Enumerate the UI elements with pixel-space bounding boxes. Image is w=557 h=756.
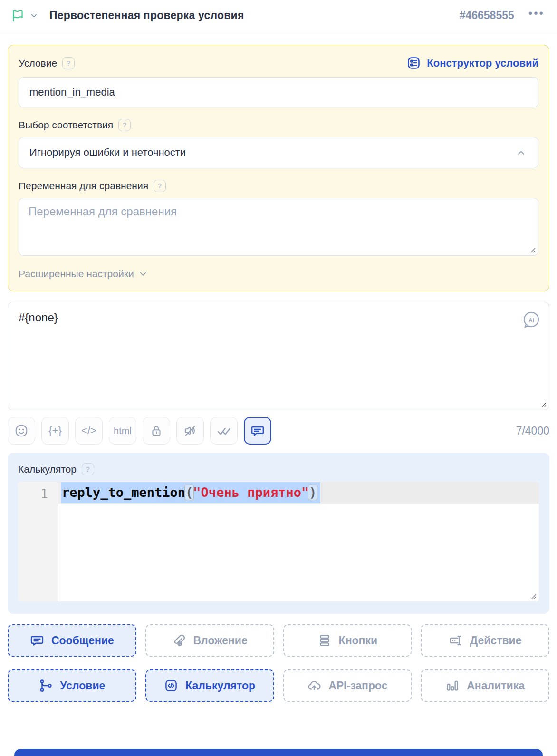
advanced-settings-label: Расширенные настройки [19, 268, 134, 280]
calculator-icon [164, 678, 178, 693]
message-text: #{none} [19, 311, 538, 324]
condition-icon [38, 678, 53, 693]
block-condition-button[interactable]: Условие [8, 669, 136, 702]
chevron-up-icon [517, 148, 526, 157]
code-function: reply_to_mention [62, 485, 185, 500]
block-analytics-button[interactable]: Аналитика [421, 669, 549, 702]
code-string: "Очень приятно" [193, 485, 309, 500]
chevron-down-icon [139, 270, 147, 278]
block-calculator-button[interactable]: Калькулятор [145, 669, 274, 702]
message-toolbar: {+} </> html 7/4000 [8, 417, 549, 445]
help-icon[interactable]: ? [154, 180, 166, 192]
api-icon [307, 678, 321, 693]
variable-placeholder: Переменная для сравнения [29, 205, 177, 218]
help-icon[interactable]: ? [82, 463, 94, 475]
help-icon[interactable]: ? [62, 57, 75, 69]
save-button-partial[interactable] [14, 749, 543, 756]
double-check-button[interactable] [210, 417, 238, 445]
ai-label: AI [528, 317, 534, 324]
line-number: 1 [18, 482, 58, 503]
header: Первостепенная проверка условия #4665855… [0, 0, 557, 31]
message-mode-button[interactable] [244, 417, 271, 445]
match-selected-value: Игнорируя ошибки и неточности [29, 146, 186, 159]
match-select[interactable]: Игнорируя ошибки и неточности [19, 137, 538, 168]
code-selection: reply_to_mention("Очень приятно") [61, 482, 320, 503]
block-api-button[interactable]: API-запрос [283, 669, 412, 702]
variable-textarea[interactable]: Переменная для сравнения [19, 198, 538, 256]
advanced-settings-toggle[interactable]: Расширенные настройки [19, 268, 538, 280]
chevron-down-icon [30, 11, 38, 19]
resize-handle-icon[interactable] [530, 592, 537, 599]
ai-assistant-button[interactable]: AI [521, 310, 541, 330]
close-paren: ) [309, 485, 317, 500]
action-icon [449, 633, 463, 648]
resize-handle-icon[interactable] [540, 401, 547, 407]
builder-icon [406, 56, 421, 70]
html-button[interactable]: html [109, 417, 136, 445]
variable-label: Переменная для сравнения [19, 180, 148, 192]
condition-input[interactable] [19, 77, 538, 107]
match-label: Выбор соответствия [19, 119, 113, 131]
open-paren: ( [185, 485, 193, 500]
block-attachment-button[interactable]: Вложение [145, 624, 274, 657]
line-number-gutter: 1 [18, 482, 58, 601]
calculator-panel: Калькулятор ? 1 reply_to_mention("Очень … [8, 453, 549, 614]
attachment-icon [172, 633, 186, 648]
block-type-grid: Сообщение Вложение Кнопки [8, 624, 549, 702]
page-title: Первостепенная проверка условия [49, 9, 244, 22]
condition-panel: Условие ? Конструктор условий Выбор соот… [8, 45, 549, 291]
lock-button[interactable] [143, 417, 170, 445]
more-menu-button[interactable]: ••• [528, 13, 545, 18]
node-id: #46658555 [460, 9, 514, 22]
resize-handle-icon[interactable] [529, 246, 536, 253]
condition-label: Условие [19, 58, 57, 69]
message-textarea[interactable]: #{none} AI [8, 302, 549, 410]
flag-icon [10, 8, 25, 23]
buttons-icon [317, 633, 332, 648]
help-icon[interactable]: ? [118, 119, 131, 131]
builder-link-label: Конструктор условий [427, 57, 538, 69]
block-message-button[interactable]: Сообщение [8, 624, 136, 657]
calculator-label: Калькулятор [18, 464, 77, 475]
insert-variable-button[interactable]: {+} [41, 417, 69, 445]
code-button[interactable]: </> [75, 417, 103, 445]
char-counter: 7/4000 [516, 425, 549, 437]
sound-off-button[interactable] [176, 417, 204, 445]
calculator-code-editor[interactable]: 1 reply_to_mention("Очень приятно") [18, 482, 539, 601]
code-area[interactable]: reply_to_mention("Очень приятно") [58, 482, 539, 601]
code-line: reply_to_mention("Очень приятно") [58, 482, 539, 504]
emoji-button[interactable] [8, 417, 35, 445]
block-action-button[interactable]: Действие [421, 624, 549, 657]
analytics-icon [445, 678, 460, 693]
flag-dropdown[interactable] [10, 8, 38, 23]
condition-builder-link[interactable]: Конструктор условий [406, 56, 538, 70]
block-buttons-button[interactable]: Кнопки [283, 624, 412, 657]
message-icon [30, 633, 44, 648]
